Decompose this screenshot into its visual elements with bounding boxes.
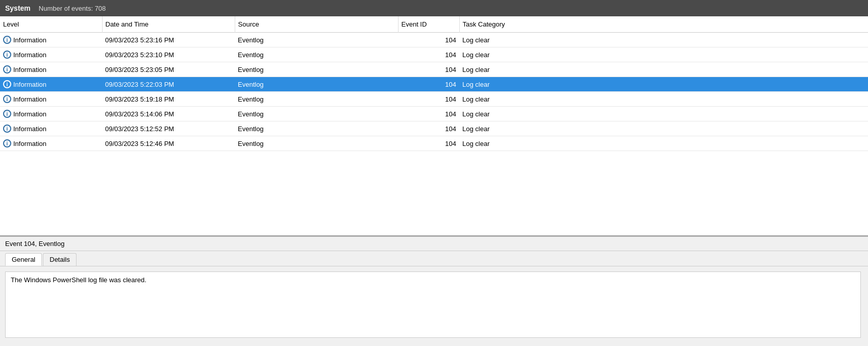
info-icon: i bbox=[3, 36, 11, 44]
cell-level: iInformation bbox=[0, 136, 102, 151]
cell-taskcategory: Log clear bbox=[459, 107, 868, 121]
level-text: Information bbox=[13, 125, 46, 133]
detail-header: Event 104, Eventlog bbox=[0, 237, 868, 251]
col-header-taskcategory[interactable]: Task Category bbox=[459, 16, 868, 33]
table-row[interactable]: iInformation09/03/2023 5:23:10 PMEventlo… bbox=[0, 47, 868, 62]
cell-source: Eventlog bbox=[235, 33, 398, 47]
cell-eventid: 104 bbox=[398, 33, 459, 47]
level-text: Information bbox=[13, 51, 46, 59]
cell-eventid: 104 bbox=[398, 121, 459, 136]
event-count: Number of events: 708 bbox=[39, 5, 106, 12]
cell-level: iInformation bbox=[0, 77, 102, 92]
detail-panel: Event 104, Eventlog General Details The … bbox=[0, 236, 868, 346]
app-title: System bbox=[5, 4, 31, 12]
cell-source: Eventlog bbox=[235, 62, 398, 77]
cell-taskcategory: Log clear bbox=[459, 62, 868, 77]
level-text: Information bbox=[13, 140, 46, 147]
cell-datetime: 09/03/2023 5:23:05 PM bbox=[102, 62, 235, 77]
cell-datetime: 09/03/2023 5:12:46 PM bbox=[102, 136, 235, 151]
cell-taskcategory: Log clear bbox=[459, 47, 868, 62]
cell-eventid: 104 bbox=[398, 77, 459, 92]
cell-level: iInformation bbox=[0, 92, 102, 107]
table-row[interactable]: iInformation09/03/2023 5:12:46 PMEventlo… bbox=[0, 136, 868, 151]
table-header-row: Level Date and Time Source Event ID Task… bbox=[0, 16, 868, 33]
cell-eventid: 104 bbox=[398, 92, 459, 107]
col-header-eventid[interactable]: Event ID bbox=[398, 16, 459, 33]
cell-eventid: 104 bbox=[398, 62, 459, 77]
cell-datetime: 09/03/2023 5:14:06 PM bbox=[102, 107, 235, 121]
info-icon: i bbox=[3, 51, 11, 59]
cell-eventid: 104 bbox=[398, 47, 459, 62]
cell-level: iInformation bbox=[0, 33, 102, 47]
cell-eventid: 104 bbox=[398, 136, 459, 151]
events-table: Level Date and Time Source Event ID Task… bbox=[0, 16, 868, 151]
detail-content-area: The Windows PowerShell log file was clea… bbox=[0, 266, 868, 346]
cell-taskcategory: Log clear bbox=[459, 77, 868, 92]
table-row[interactable]: iInformation09/03/2023 5:23:16 PMEventlo… bbox=[0, 33, 868, 47]
tab-details[interactable]: Details bbox=[43, 253, 77, 266]
table-row[interactable]: iInformation09/03/2023 5:23:05 PMEventlo… bbox=[0, 62, 868, 77]
cell-level: iInformation bbox=[0, 107, 102, 121]
info-icon: i bbox=[3, 139, 11, 147]
cell-eventid: 104 bbox=[398, 107, 459, 121]
cell-source: Eventlog bbox=[235, 107, 398, 121]
info-icon: i bbox=[3, 80, 11, 88]
cell-source: Eventlog bbox=[235, 136, 398, 151]
cell-source: Eventlog bbox=[235, 121, 398, 136]
cell-taskcategory: Log clear bbox=[459, 92, 868, 107]
info-icon: i bbox=[3, 65, 11, 73]
info-icon: i bbox=[3, 110, 11, 118]
table-row[interactable]: iInformation09/03/2023 5:22:03 PMEventlo… bbox=[0, 77, 868, 92]
col-header-source[interactable]: Source bbox=[235, 16, 398, 33]
cell-datetime: 09/03/2023 5:23:16 PM bbox=[102, 33, 235, 47]
level-text: Information bbox=[13, 110, 46, 118]
cell-source: Eventlog bbox=[235, 77, 398, 92]
cell-datetime: 09/03/2023 5:22:03 PM bbox=[102, 77, 235, 92]
events-table-container: Level Date and Time Source Event ID Task… bbox=[0, 16, 868, 236]
table-row[interactable]: iInformation09/03/2023 5:12:52 PMEventlo… bbox=[0, 121, 868, 136]
cell-source: Eventlog bbox=[235, 47, 398, 62]
table-row[interactable]: iInformation09/03/2023 5:19:18 PMEventlo… bbox=[0, 92, 868, 107]
col-header-level[interactable]: Level bbox=[0, 16, 102, 33]
level-text: Information bbox=[13, 81, 46, 88]
cell-level: iInformation bbox=[0, 62, 102, 77]
cell-taskcategory: Log clear bbox=[459, 136, 868, 151]
level-text: Information bbox=[13, 95, 46, 103]
detail-tabs: General Details bbox=[0, 251, 868, 266]
detail-text-box: The Windows PowerShell log file was clea… bbox=[5, 271, 861, 338]
info-icon: i bbox=[3, 125, 11, 133]
cell-datetime: 09/03/2023 5:19:18 PM bbox=[102, 92, 235, 107]
cell-level: iInformation bbox=[0, 47, 102, 62]
info-icon: i bbox=[3, 95, 11, 103]
level-text: Information bbox=[13, 66, 46, 73]
cell-source: Eventlog bbox=[235, 92, 398, 107]
table-row[interactable]: iInformation09/03/2023 5:14:06 PMEventlo… bbox=[0, 107, 868, 121]
tab-general[interactable]: General bbox=[5, 253, 42, 266]
cell-taskcategory: Log clear bbox=[459, 121, 868, 136]
level-text: Information bbox=[13, 36, 46, 44]
title-bar: System Number of events: 708 bbox=[0, 0, 868, 16]
cell-datetime: 09/03/2023 5:12:52 PM bbox=[102, 121, 235, 136]
cell-level: iInformation bbox=[0, 121, 102, 136]
cell-datetime: 09/03/2023 5:23:10 PM bbox=[102, 47, 235, 62]
cell-taskcategory: Log clear bbox=[459, 33, 868, 47]
col-header-datetime[interactable]: Date and Time bbox=[102, 16, 235, 33]
